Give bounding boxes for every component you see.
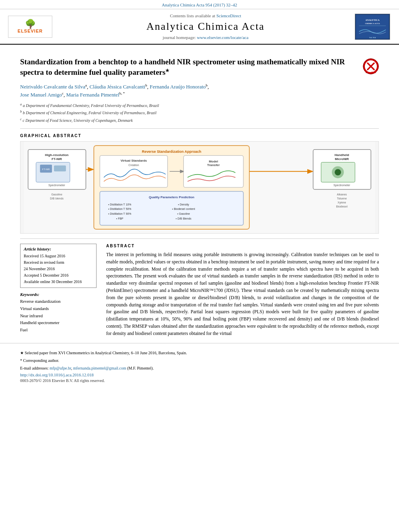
svg-text:Quality Parameters Prediction: Quality Parameters Prediction [149, 195, 194, 199]
svg-text:FT-NIR: FT-NIR [51, 157, 62, 161]
divider-2 [20, 238, 379, 239]
col-right: ABSTRACT The interest in performing in f… [106, 244, 379, 337]
journal-citation-text: Analytica Chimica Acta 954 (2017) 32–42 [162, 2, 237, 7]
svg-text:High-resolution: High-resolution [45, 153, 69, 157]
author-5[interactable]: Maria Fernanda Pimentel [66, 92, 119, 98]
journal-header: 🌳 ELSEVIER Contents lists available at S… [0, 9, 399, 45]
sciencedirect-link-line: Contents lists available at ScienceDirec… [60, 13, 351, 18]
affiliation-c: c c Department of Food Science, Universi… [20, 117, 379, 123]
svg-point-42 [335, 169, 341, 175]
graphical-abstract-heading: GRAPHICAL ABSTRACT [20, 134, 379, 138]
author-4[interactable]: Jose Manuel Amigo [20, 92, 62, 98]
svg-text:Creation: Creation [128, 164, 139, 166]
author-2[interactable]: Cláudia Jéssica Cavalcanti [90, 84, 146, 90]
elsevier-tree-icon: 🌳 [25, 20, 36, 29]
affiliation-a: a a Department of Fundamental Chemistry,… [20, 102, 379, 109]
svg-text:• Distillation T 10%: • Distillation T 10% [108, 203, 132, 206]
article-history-label: Article history: [24, 246, 93, 251]
author-3[interactable]: Fernanda Araújo Honorato [150, 84, 206, 90]
homepage-url[interactable]: www.elsevier.com/locate/aca [197, 35, 248, 40]
svg-text:Spectrometer: Spectrometer [333, 184, 350, 187]
abstract-text: The interest in performing in field meas… [106, 251, 379, 337]
svg-text:• Distillation T 50%: • Distillation T 50% [108, 207, 132, 210]
svg-text:• Density: • Density [178, 203, 189, 206]
copyright-line: 0003-2670/© 2016 Elsevier B.V. All right… [20, 378, 379, 383]
journal-citation-line: Analytica Chimica Acta 954 (2017) 32–42 [0, 0, 399, 9]
svg-text:Spectrometer: Spectrometer [48, 184, 65, 187]
authors-line: Neirivaldo Cavalcante da Silvaa, Cláudia… [20, 83, 379, 99]
divider-1 [20, 128, 379, 129]
affiliations-block: a a Department of Fundamental Chemistry,… [20, 102, 379, 123]
revised-label: Received in revised form [24, 260, 64, 265]
svg-text:Reverse Standardization Approa: Reverse Standardization Approach [142, 150, 202, 154]
elsevier-logo: 🌳 ELSEVIER [8, 16, 52, 38]
keywords-list: Reverse standardization Virtual standard… [20, 298, 97, 334]
svg-text:• Biodiesel content: • Biodiesel content [172, 207, 195, 210]
journal-homepage: journal homepage: www.elsevier.com/locat… [60, 35, 351, 40]
crossmark-logo[interactable]: CrossMark [363, 58, 379, 74]
journal-cover-image: ANALYTICA CHIMICA ACTA Vol. 954 [355, 14, 390, 40]
footnote-corresponding: * Corresponding author. [20, 357, 379, 364]
keywords-title: Keywords: [20, 292, 97, 297]
keyword-2: Virtual standards [20, 305, 97, 312]
abstract-heading: ABSTRACT [106, 244, 379, 248]
keyword-3: Near infrared [20, 312, 97, 320]
footer: ★ Selected paper from XVI Chemometrics i… [0, 343, 399, 387]
affiliation-b: b b Department of Chemical Engineering, … [20, 109, 379, 116]
journal-cover-area: ANALYTICA CHIMICA ACTA Vol. 954 [355, 14, 391, 40]
email-link-1[interactable]: mfp@ufpe.br [49, 366, 71, 370]
svg-text:Virtual Standards: Virtual Standards [121, 158, 147, 162]
article-info-box: Article history: Received 15 August 2016… [20, 244, 97, 288]
svg-text:ANALYTICA: ANALYTICA [366, 19, 380, 21]
svg-text:• D/B Blends: • D/B Blends [176, 217, 192, 220]
elsevier-name: ELSEVIER [18, 29, 43, 33]
main-content: Standardization from a benchtop to a han… [0, 45, 399, 337]
svg-text:Gasoline: Gasoline [51, 193, 62, 196]
footnote-star: ★ Selected paper from XVI Chemometrics i… [20, 350, 379, 356]
svg-text:• FBP: • FBP [116, 217, 123, 220]
svg-text:• Distillation T 90%: • Distillation T 90% [108, 212, 132, 215]
article-title-text: Standardization from a benchtop to a han… [20, 57, 359, 77]
available-date: Available online 30 December 2016 [24, 279, 82, 284]
col-left: Article history: Received 15 August 2016… [20, 244, 97, 337]
keyword-1: Reverse standardization [20, 298, 97, 305]
email-label: E-mail addresses: [20, 366, 49, 370]
svg-text:D/B blends: D/B blends [50, 197, 64, 200]
email-link-2[interactable]: mfernanda.pimentel@gmail.com [73, 366, 126, 370]
homepage-label: journal homepage: [162, 35, 195, 40]
svg-text:Biodiesel: Biodiesel [336, 205, 348, 207]
svg-text:Model: Model [209, 159, 218, 163]
svg-text:Toluene: Toluene [337, 197, 347, 200]
graphical-abstract-section: GRAPHICAL ABSTRACT High-resolution FT-NI… [20, 134, 379, 234]
sciencedirect-prefix: Contents lists available at [170, 13, 215, 18]
svg-text:Xylene: Xylene [337, 201, 346, 204]
graphical-abstract-image: High-resolution FT-NIR FT-NIR Spectromet… [20, 141, 379, 234]
svg-text:Transfer: Transfer [207, 163, 220, 167]
svg-text:• Gasoline: • Gasoline [177, 212, 190, 215]
doi-link[interactable]: http://dx.doi.org/10.1016/j.aca.2016.12.… [20, 373, 379, 377]
sciencedirect-link[interactable]: ScienceDirect [216, 13, 241, 18]
elsevier-logo-area: 🌳 ELSEVIER [8, 16, 56, 38]
article-history-text: Received 15 August 2016 Received in revi… [24, 253, 93, 285]
svg-text:Handheld: Handheld [335, 153, 349, 157]
footnote-email: E-mail addresses: mfp@ufpe.br, mfernanda… [20, 365, 379, 371]
svg-rect-16 [54, 165, 66, 171]
article-info-abstract-row: Article history: Received 15 August 2016… [20, 244, 379, 337]
email-suffix: (M.F. Pimentel). [127, 366, 154, 370]
svg-text:CrossMark: CrossMark [366, 71, 376, 74]
revised-date: 24 November 2016 [24, 267, 55, 271]
author-1[interactable]: Neirivaldo Cavalcante da Silva [20, 84, 85, 90]
journal-header-center: Contents lists available at ScienceDirec… [60, 13, 351, 40]
svg-text:MicroNIR: MicroNIR [335, 157, 349, 161]
journal-title: Analytica Chimica Acta [60, 21, 351, 33]
svg-text:FT-NIR: FT-NIR [42, 168, 50, 170]
received-date: Received 15 August 2016 [24, 254, 65, 258]
keywords-section: Keywords: Reverse standardization Virtua… [20, 292, 97, 334]
accepted-date: Accepted 5 December 2016 [24, 273, 68, 277]
keyword-5: Fuel [20, 327, 97, 334]
keyword-4: Handheld spectrometer [20, 319, 97, 327]
svg-text:CHIMICA ACTA: CHIMICA ACTA [365, 23, 380, 25]
article-title-block: Standardization from a benchtop to a han… [20, 57, 379, 77]
title-star: ★ [165, 68, 169, 72]
svg-text:Vol. 954: Vol. 954 [369, 37, 376, 39]
